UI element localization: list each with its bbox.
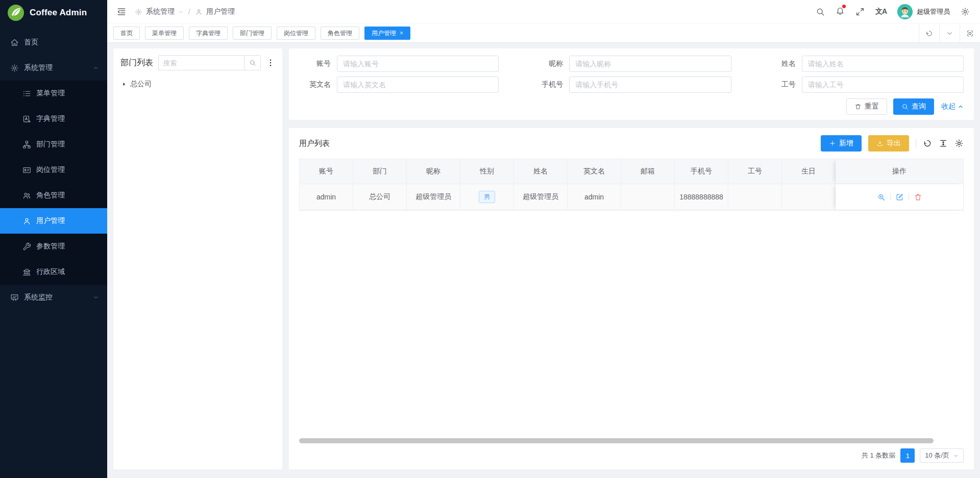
query-button[interactable]: 查询 (893, 98, 934, 115)
sidebar-item-label: 字典管理 (36, 114, 65, 123)
cell-actions (836, 184, 963, 210)
col-actions: 操作 (836, 159, 963, 184)
sidebar-item-post-mgmt[interactable]: 岗位管理 (0, 157, 107, 183)
dept-panel: 部门列表 总公司 (113, 48, 282, 469)
tab-menu-mgmt[interactable]: 菜单管理 (145, 27, 184, 40)
page-size-select[interactable]: 10 条/页 (920, 448, 964, 463)
view-zoom-icon[interactable] (877, 193, 886, 202)
col-name: 姓名 (514, 159, 568, 184)
field-nickname: 昵称 (531, 56, 731, 72)
add-user-button[interactable]: 新增 (821, 135, 862, 152)
pagination: 共 1 条数据 1 10 条/页 (299, 445, 964, 466)
delete-trash-icon[interactable] (914, 193, 922, 202)
edit-icon[interactable] (895, 193, 904, 202)
col-phone: 手机号 (675, 159, 728, 184)
collapse-label: 收起 (941, 102, 955, 111)
tab-home[interactable]: 首页 (113, 27, 140, 40)
sidebar-item-dict-mgmt[interactable]: 字典管理 (0, 106, 107, 132)
add-button-label: 新增 (839, 139, 853, 148)
breadcrumb-separator: / (187, 8, 191, 16)
tab-user-mgmt[interactable]: 用户管理 × (364, 27, 410, 40)
top-header: 系统管理 / 用户管理 文A 超级管理员 (107, 0, 980, 24)
refresh-icon (925, 30, 933, 37)
refresh-tab-button[interactable] (919, 24, 939, 42)
tab-dropdown-button[interactable] (939, 24, 960, 42)
english-name-input[interactable] (337, 77, 499, 93)
sidebar-item-dept-mgmt[interactable]: 部门管理 (0, 132, 107, 157)
sidebar-item-menu-mgmt[interactable]: 菜单管理 (0, 81, 107, 106)
sidebar-item-home[interactable]: 首页 (0, 30, 107, 55)
header-actions: 文A 超级管理员 (816, 4, 970, 19)
dictionary-icon (22, 115, 31, 123)
translate-icon[interactable]: 文A (875, 7, 887, 16)
page-size-value: 10 条/页 (925, 451, 949, 460)
sidebar-item-label: 菜单管理 (36, 89, 65, 98)
search-icon[interactable] (816, 7, 825, 16)
page-content: 部门列表 总公司 (107, 43, 980, 478)
sidebar-item-monitor[interactable]: 系统监控 (0, 285, 107, 310)
spring-leaf-logo-icon (7, 4, 24, 21)
tab-role-mgmt[interactable]: 角色管理 (321, 27, 359, 40)
fullscreen-icon[interactable] (855, 7, 865, 16)
tab-dept-mgmt[interactable]: 部门管理 (233, 27, 272, 40)
maximize-content-button[interactable] (960, 24, 980, 42)
filter-form: 账号 昵称 姓名 英文名 (289, 48, 974, 120)
tab-post-mgmt[interactable]: 岗位管理 (277, 27, 315, 40)
breadcrumb: 系统管理 / 用户管理 (135, 7, 235, 16)
scrollbar-thumb[interactable] (299, 438, 934, 443)
chevron-down-icon (946, 30, 953, 37)
app-logo: Coffee Admin (0, 0, 107, 26)
field-phone: 手机号 (531, 77, 731, 93)
dept-tree: 总公司 (120, 78, 275, 91)
field-english-name: 英文名 (299, 77, 499, 93)
notification-bell[interactable] (836, 6, 845, 17)
collapse-filter-button[interactable]: 收起 (941, 102, 964, 111)
sidebar-item-label: 部门管理 (36, 140, 65, 149)
notification-badge (842, 5, 846, 8)
phone-input[interactable] (569, 77, 731, 93)
reset-button[interactable]: 重置 (846, 98, 887, 115)
field-label: 账号 (299, 59, 331, 68)
cell-nickname: 超级管理员 (407, 184, 460, 210)
sidebar-item-param-mgmt[interactable]: 参数管理 (0, 234, 107, 259)
page-number-button[interactable]: 1 (900, 448, 915, 463)
search-icon (249, 59, 256, 66)
sidebar-collapse-icon[interactable] (116, 7, 127, 17)
pagination-total: 共 1 条数据 (862, 451, 895, 460)
chevron-down-icon[interactable] (178, 9, 184, 15)
sidebar-item-label: 系统管理 (24, 63, 53, 72)
nickname-input[interactable] (569, 56, 731, 72)
chevron-up-icon (93, 65, 99, 71)
table-empty-space (299, 211, 964, 438)
row-height-icon[interactable] (939, 139, 948, 148)
tab-controls (919, 24, 980, 42)
dept-search-button[interactable] (244, 55, 261, 70)
tab-dict-mgmt[interactable]: 字典管理 (189, 27, 228, 40)
action-divider (890, 193, 891, 200)
export-button[interactable]: 导出 (868, 135, 909, 152)
tab-label: 岗位管理 (284, 29, 308, 38)
user-menu[interactable]: 超级管理员 (897, 4, 950, 19)
dept-search-input[interactable] (158, 55, 244, 70)
sidebar-item-system[interactable]: 系统管理 (0, 55, 107, 81)
tab-close-icon[interactable]: × (400, 30, 403, 36)
breadcrumb-section[interactable]: 系统管理 (146, 7, 175, 16)
tree-node-label: 总公司 (130, 80, 152, 89)
refresh-icon[interactable] (923, 139, 932, 148)
sidebar-item-label: 系统监控 (24, 293, 53, 302)
sidebar-item-admin-region[interactable]: 行政区域 (0, 259, 107, 285)
settings-gear-icon[interactable] (961, 7, 970, 16)
kebab-menu-icon[interactable] (266, 58, 275, 67)
sidebar-item-role-mgmt[interactable]: 角色管理 (0, 183, 107, 208)
tree-node-root[interactable]: 总公司 (120, 78, 275, 91)
sidebar-item-user-mgmt[interactable]: 用户管理 (0, 208, 107, 234)
tab-bar: 首页 菜单管理 字典管理 部门管理 岗位管理 角色管理 用户管理 × (107, 24, 980, 43)
name-input[interactable] (802, 56, 964, 72)
field-label: 英文名 (299, 80, 331, 89)
cell-sex: 男 (460, 184, 514, 210)
table-actions: 新增 导出 (821, 135, 964, 152)
column-settings-gear-icon[interactable] (954, 139, 964, 148)
account-input[interactable] (337, 56, 499, 72)
action-divider (909, 193, 909, 200)
job-no-input[interactable] (802, 77, 964, 93)
